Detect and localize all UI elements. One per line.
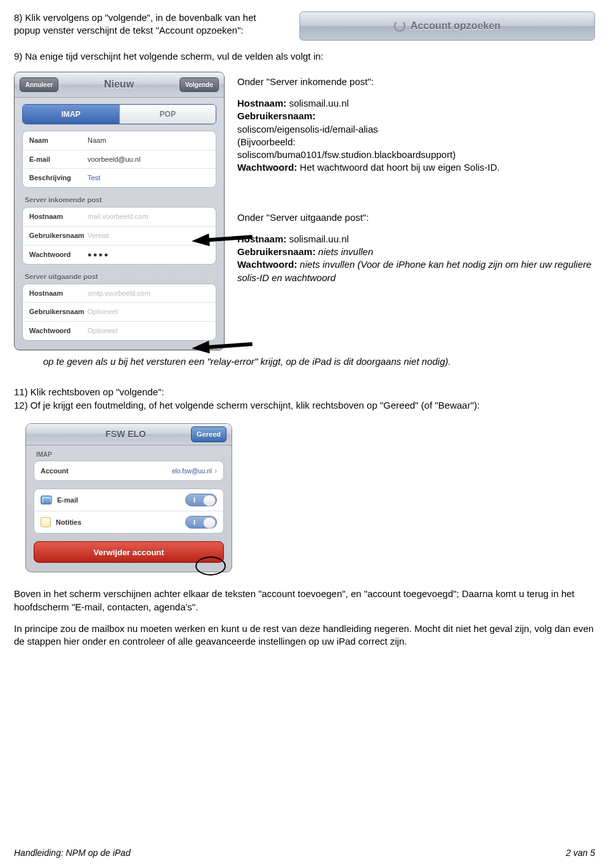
notes-icon (41, 517, 51, 527)
notes-toggle-row: Notities (34, 511, 223, 533)
out-host-v: solismail.uu.nl (287, 233, 349, 244)
out-host-field[interactable]: smtp.voorbeeld.com (88, 289, 209, 298)
out-user-label: Gebruikersnaam (29, 307, 88, 317)
incoming-head: Onder "Server inkomende post": (237, 76, 595, 88)
done-button[interactable]: Gereed (191, 426, 226, 442)
account-group: Account elo.fsw@uu.nl › (34, 461, 224, 481)
name-field[interactable]: Naam (88, 136, 209, 145)
email-toggle[interactable] (185, 494, 217, 506)
panel2-titlebar: FSW ELO Gereed (26, 424, 232, 445)
arrow-icon (191, 233, 209, 247)
arrow-icon (191, 341, 209, 355)
mail-icon (41, 496, 52, 504)
popup-title: Nieuw (58, 77, 179, 91)
mail-setup-popup: Annuleer Nieuw Volgende IMAP POP NaamNaa… (14, 72, 225, 350)
out-user-field[interactable]: Optioneel (88, 307, 209, 317)
instructions-block: Onder "Server inkomende post": Hostnaam:… (237, 72, 595, 284)
email-field[interactable]: voorbeeld@uu.nl (88, 155, 209, 164)
in-user-l: Gebruikersnaam: (237, 110, 315, 121)
step9-text: 9) Na enige tijd verschijnt het volgende… (14, 50, 595, 63)
outgoing-header: Server uitgaande post (25, 272, 215, 282)
account-lookup-label: Account opzoeken (410, 19, 501, 33)
imap-header: IMAP (36, 450, 223, 459)
description-field[interactable]: Test (88, 173, 209, 183)
out-pw-l: Wachtwoord: (237, 259, 297, 270)
description-label: Beschrijving (29, 173, 88, 183)
chevron-right-icon: › (214, 466, 217, 476)
in-user-label: Gebruikersnaam (29, 231, 88, 240)
outgoing-group: Hostnaamsmtp.voorbeeld.com Gebruikersnaa… (22, 284, 216, 341)
in-host-v: solismail.uu.nl (287, 98, 349, 109)
account-row[interactable]: Account elo.fsw@uu.nl › (34, 461, 223, 480)
account-summary-panel: FSW ELO Gereed IMAP Account elo.fsw@uu.n… (25, 423, 232, 573)
spinner-icon (394, 20, 405, 32)
post2-text: In principe zou de mailbox nu moeten wer… (14, 622, 595, 648)
in-pw-label: Wachtwoord (29, 250, 88, 260)
tab-pop[interactable]: POP (119, 105, 216, 124)
outgoing-head: Onder "Server uitgaande post": (237, 211, 595, 224)
account-label: Account (41, 466, 99, 476)
in-host-l: Hostnaam: (237, 98, 287, 109)
in-pw-v: Het wachtwoord dat hoort bij uw eigen So… (297, 162, 499, 173)
name-label: Naam (29, 136, 88, 145)
step11-text: 11) Klik rechtsboven op "volgende": (14, 386, 595, 398)
popup-titlebar: Annuleer Nieuw Volgende (15, 72, 224, 98)
account-value: elo.fsw@uu.nl (99, 467, 212, 476)
protocol-segmented[interactable]: IMAP POP (22, 104, 216, 124)
out-pw-label: Wachtwoord (29, 326, 88, 336)
post1-text: Boven in het scherm verschijnen achter e… (14, 588, 595, 614)
notes-toggle[interactable] (185, 516, 217, 529)
in-host-label: Hostnaam (29, 212, 88, 221)
identity-group: NaamNaam E-mailvoorbeeld@uu.nl Beschrijv… (22, 131, 216, 188)
email-label: E-mail (29, 155, 88, 164)
email-toggle-label: E-mail (57, 496, 185, 505)
in-pw-field[interactable]: ●●●● (88, 250, 209, 260)
out-pw-field[interactable]: Optioneel (88, 326, 209, 336)
in-user-v1: soliscom/eigensolis-id/email-alias (237, 124, 378, 135)
footer-right: 2 van 5 (566, 847, 595, 859)
account-lookup-bar: Account opzoeken (299, 11, 595, 41)
step12-text: 12) Of je krijgt een foutmelding, of het… (14, 399, 595, 412)
cancel-button[interactable]: Annuleer (20, 77, 58, 93)
email-toggle-row: E-mail (34, 489, 223, 511)
in-user-v3: soliscom/buma0101/fsw.studion.blackboard… (237, 149, 455, 160)
incoming-group: Hostnaammail.voorbeeld.com Gebruikersnaa… (22, 207, 216, 265)
in-pw-l: Wachtwoord: (237, 162, 297, 173)
delete-account-button[interactable]: Verwijder account (34, 541, 224, 563)
in-host-field[interactable]: mail.voorbeeld.com (88, 212, 209, 221)
services-group: E-mail Notities (34, 489, 224, 534)
out-user-v: niets invullen (315, 246, 373, 257)
out-host-label: Hostnaam (29, 289, 88, 298)
footer-left: Handleiding: NPM op de iPad (14, 847, 131, 859)
tab-imap[interactable]: IMAP (23, 105, 119, 124)
in-user-v2: (Bijvoorbeeld: (237, 136, 296, 147)
notes-toggle-label: Notities (56, 518, 185, 527)
next-button[interactable]: Volgende (180, 77, 219, 93)
page-footer: Handleiding: NPM op de iPad 2 van 5 (14, 847, 595, 859)
incoming-header: Server inkomende post (25, 195, 215, 205)
panel2-title: FSW ELO (60, 428, 191, 440)
step8-text: 8) Klik vervolgens op "volgende", in de … (14, 11, 280, 37)
out-user-l: Gebruikersnaam: (237, 246, 315, 257)
circle-annotation-icon (195, 556, 226, 575)
out-tail: op te geven als u bij het versturen een … (43, 355, 595, 368)
